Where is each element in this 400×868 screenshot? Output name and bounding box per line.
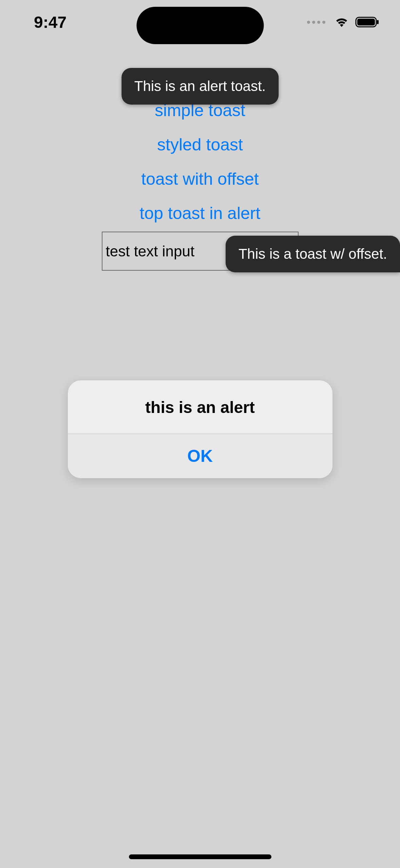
alert-ok-button[interactable]: OK [68,434,332,478]
alert-toast: This is an alert toast. [121,68,279,105]
status-time: 9:47 [34,13,66,32]
status-icons [307,16,380,28]
offset-toast-text: This is a toast w/ offset. [239,246,387,262]
alert-title: this is an alert [68,380,332,434]
svg-rect-2 [377,20,379,24]
top-toast-in-alert-button[interactable]: top toast in alert [140,203,261,223]
notch [136,7,264,44]
alert-dialog: this is an alert OK [68,380,332,478]
wifi-icon [334,17,349,28]
alert-toast-text: This is an alert toast. [134,78,266,94]
home-indicator[interactable] [129,854,271,859]
offset-toast: This is a toast w/ offset. [226,236,400,272]
cellular-dots-icon [307,21,325,24]
toast-with-offset-button[interactable]: toast with offset [141,169,259,189]
styled-toast-button[interactable]: styled toast [157,135,243,155]
battery-icon [355,16,380,28]
svg-rect-1 [357,19,375,25]
